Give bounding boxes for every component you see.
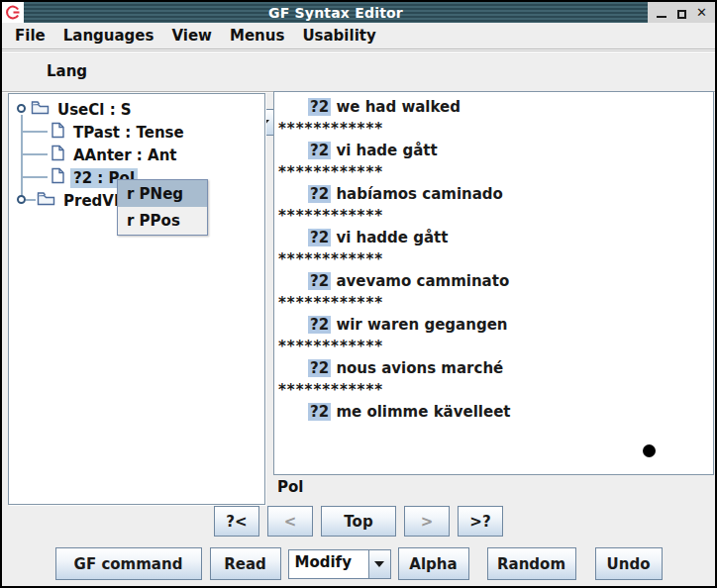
titlebar: GF Syntax Editor ✕ [2, 2, 715, 23]
tree-node-tpast[interactable]: TPast : Tense [51, 121, 187, 144]
tree-expand-handle-collapsed-icon[interactable] [17, 195, 26, 204]
folder-icon [31, 100, 50, 119]
popup-item-pneg[interactable]: r PNeg [118, 180, 207, 207]
prev-metavariable-button[interactable]: ?< [214, 506, 259, 537]
metavariable-highlight[interactable]: ?2 [308, 359, 331, 377]
toolbar: Lang New Open Text Save As New Grammar [2, 50, 715, 92]
read-button[interactable]: Read [210, 547, 281, 580]
focus-type-label: Pol [277, 478, 303, 496]
document-icon [51, 145, 65, 165]
tree-node-aanter[interactable]: AAnter : Ant [51, 144, 180, 166]
metavariable-highlight[interactable]: ?2 [308, 272, 331, 290]
output-separator: ************ [278, 120, 711, 142]
tree-node-predvp[interactable]: PredVP [37, 189, 128, 212]
tree-node-root[interactable]: UseCl : S [31, 98, 135, 121]
gf-logo-icon [2, 2, 24, 23]
tree-connector-vline [21, 115, 23, 201]
syntax-tree-panel: UseCl : S TPast : Tense AAnter : Ant [8, 93, 265, 505]
output-sentence: ?2 vi hade gått [278, 142, 711, 163]
maximize-button[interactable] [674, 6, 688, 20]
minimize-button[interactable] [655, 6, 668, 20]
tree-connector-hline [22, 131, 48, 133]
menubar: File Languages View Menus Usability [2, 23, 715, 49]
menu-view[interactable]: View [162, 27, 221, 45]
navigation-row: ?< < Top > >? [2, 506, 715, 537]
metavariable-highlight[interactable]: ?2 [308, 229, 331, 246]
output-sentence: ?2 habíamos caminado [278, 185, 711, 207]
output-separator: ************ [278, 163, 711, 185]
modify-combobox-value: Modify [289, 550, 368, 578]
chevron-down-icon[interactable] [368, 550, 390, 578]
next-metavariable-button[interactable]: >? [458, 506, 503, 537]
titlebar-stripes[interactable]: GF Syntax Editor [24, 2, 648, 23]
output-separator: ************ [278, 381, 711, 403]
output-sentence: ?2 vi hadde gått [278, 229, 711, 250]
output-sentence: ?2 avevamo camminato [278, 272, 711, 294]
random-button[interactable]: Random [487, 547, 576, 580]
close-button[interactable]: ✕ [695, 6, 709, 20]
output-separator: ************ [278, 338, 711, 359]
gf-command-button[interactable]: GF command [55, 547, 202, 580]
tree-node-label[interactable]: AAnter : Ant [70, 146, 180, 165]
metavariable-highlight[interactable]: ?2 [308, 185, 331, 203]
output-separator: ************ [278, 250, 711, 272]
menu-usability[interactable]: Usability [293, 27, 384, 45]
focus-dot [643, 444, 656, 457]
tree-node-label[interactable]: TPast : Tense [70, 123, 187, 143]
menu-menus[interactable]: Menus [221, 27, 293, 45]
metavariable-highlight[interactable]: ?2 [308, 403, 331, 421]
action-row: GF command Read Modify Alpha Random Undo [2, 547, 715, 580]
document-icon [51, 122, 65, 143]
output-sentence: ?2 me olimme kävelleet [278, 403, 711, 425]
tree-connector-hline [26, 199, 36, 201]
menu-file[interactable]: File [6, 27, 54, 45]
refinement-popup-menu: r PNeg r PPos [117, 179, 208, 236]
undo-button[interactable]: Undo [595, 547, 663, 580]
top-button[interactable]: Top [321, 506, 396, 537]
folder-icon [37, 191, 55, 210]
prev-button[interactable]: < [267, 506, 313, 537]
output-sentence: ?2 nous avions marché [278, 359, 711, 381]
output-lines: ?2 we had walked ************ ?2 vi hade… [278, 98, 711, 425]
tree-connector-hline [22, 153, 48, 155]
window-title: GF Syntax Editor [268, 5, 403, 21]
window-controls: ✕ [648, 2, 715, 23]
lang-label: Lang [47, 62, 87, 80]
tree-expand-handle-expanded-icon[interactable] [17, 104, 26, 113]
document-icon [51, 167, 65, 188]
menu-languages[interactable]: Languages [54, 27, 163, 45]
output-separator: ************ [278, 294, 711, 316]
app-window: GF Syntax Editor ✕ File Languages View M… [0, 0, 717, 588]
output-sentence: ?2 we had walked [278, 98, 711, 120]
metavariable-highlight[interactable]: ?2 [308, 98, 331, 116]
tree-connector-hline [22, 176, 48, 178]
tree-node-label[interactable]: UseCl : S [54, 100, 135, 120]
output-separator: ************ [278, 207, 711, 229]
next-button[interactable]: > [404, 506, 450, 537]
modify-combobox[interactable]: Modify [288, 549, 391, 579]
metavariable-highlight[interactable]: ?2 [308, 142, 331, 159]
popup-item-ppos[interactable]: r PPos [118, 207, 207, 234]
linearization-output-panel[interactable]: ?2 we had walked ************ ?2 vi hade… [273, 91, 714, 475]
metavariable-highlight[interactable]: ?2 [308, 316, 331, 334]
alpha-button[interactable]: Alpha [398, 547, 469, 580]
output-sentence: ?2 wir waren gegangen [278, 316, 711, 338]
